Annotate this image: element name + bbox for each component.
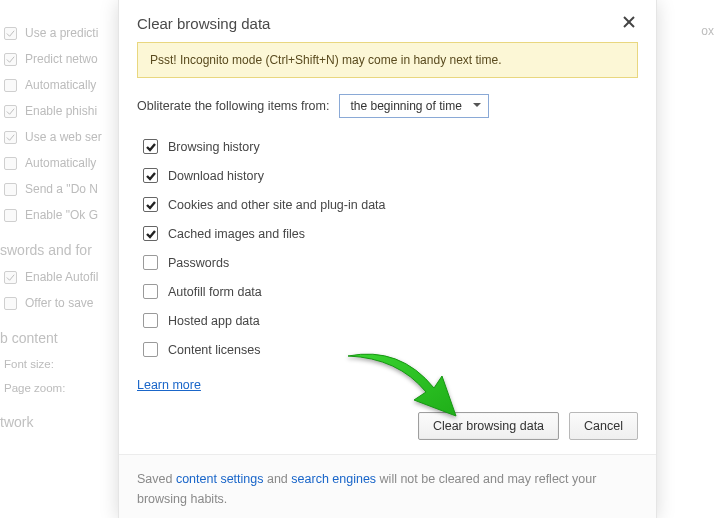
- bg-setting-label: Automatically: [25, 156, 96, 170]
- obliterate-row: Obliterate the following items from: the…: [137, 94, 638, 118]
- checkbox: [4, 157, 17, 170]
- checkbox: [4, 209, 17, 222]
- options-list: Browsing historyDownload historyCookies …: [137, 132, 638, 364]
- content-settings-link[interactable]: content settings: [176, 472, 264, 486]
- bg-setting-label: Use a web ser: [25, 130, 102, 144]
- search-engines-link[interactable]: search engines: [291, 472, 376, 486]
- chevron-down-icon: [472, 99, 482, 113]
- incognito-tip: Psst! Incognito mode (Ctrl+Shift+N) may …: [137, 42, 638, 78]
- checkbox: [4, 79, 17, 92]
- option-row: Hosted app data: [143, 306, 638, 335]
- option-label: Autofill form data: [168, 285, 262, 299]
- obliterate-label: Obliterate the following items from:: [137, 99, 329, 113]
- bg-setting-label: Use a predicti: [25, 26, 98, 40]
- dialog-header: Clear browsing data: [119, 0, 656, 42]
- option-row: Content licenses: [143, 335, 638, 364]
- dialog-footer: Saved content settings and search engine…: [119, 454, 656, 518]
- clipped-text: ox: [701, 24, 714, 38]
- option-label: Passwords: [168, 256, 229, 270]
- checkbox: [4, 271, 17, 284]
- bg-setting-label: Automatically: [25, 78, 96, 92]
- cancel-button[interactable]: Cancel: [569, 412, 638, 440]
- time-range-value: the beginning of time: [350, 99, 461, 113]
- checkbox: [4, 105, 17, 118]
- option-row: Cookies and other site and plug-in data: [143, 190, 638, 219]
- option-checkbox[interactable]: [143, 197, 158, 212]
- option-checkbox[interactable]: [143, 168, 158, 183]
- footer-text-mid: and: [267, 472, 291, 486]
- option-row: Cached images and files: [143, 219, 638, 248]
- bg-setting-label: Predict netwo: [25, 52, 98, 66]
- option-checkbox[interactable]: [143, 313, 158, 328]
- learn-more-link[interactable]: Learn more: [137, 378, 201, 392]
- option-label: Cookies and other site and plug-in data: [168, 198, 386, 212]
- option-checkbox[interactable]: [143, 255, 158, 270]
- bg-setting-label: Send a "Do N: [25, 182, 98, 196]
- close-icon: [623, 16, 635, 31]
- clear-browsing-data-dialog: Clear browsing data Psst! Incognito mode…: [118, 0, 657, 518]
- checkbox: [4, 183, 17, 196]
- dialog-title: Clear browsing data: [137, 15, 270, 32]
- checkbox: [4, 297, 17, 310]
- option-row: Browsing history: [143, 132, 638, 161]
- option-label: Content licenses: [168, 343, 260, 357]
- checkbox: [4, 27, 17, 40]
- option-row: Passwords: [143, 248, 638, 277]
- option-label: Browsing history: [168, 140, 260, 154]
- option-row: Download history: [143, 161, 638, 190]
- option-label: Cached images and files: [168, 227, 305, 241]
- option-checkbox[interactable]: [143, 284, 158, 299]
- option-checkbox[interactable]: [143, 342, 158, 357]
- option-label: Download history: [168, 169, 264, 183]
- dialog-actions: Clear browsing data Cancel: [119, 402, 656, 454]
- option-label: Hosted app data: [168, 314, 260, 328]
- checkbox: [4, 53, 17, 66]
- option-row: Autofill form data: [143, 277, 638, 306]
- time-range-select[interactable]: the beginning of time: [339, 94, 489, 118]
- option-checkbox[interactable]: [143, 139, 158, 154]
- footer-text-pre: Saved: [137, 472, 176, 486]
- bg-setting-label: Enable Autofil: [25, 270, 98, 284]
- bg-setting-label: Enable phishi: [25, 104, 97, 118]
- bg-setting-label: Enable "Ok G: [25, 208, 98, 222]
- bg-setting-label: Offer to save: [25, 296, 93, 310]
- checkbox: [4, 131, 17, 144]
- option-checkbox[interactable]: [143, 226, 158, 241]
- close-button[interactable]: [620, 14, 638, 32]
- clear-browsing-data-button[interactable]: Clear browsing data: [418, 412, 559, 440]
